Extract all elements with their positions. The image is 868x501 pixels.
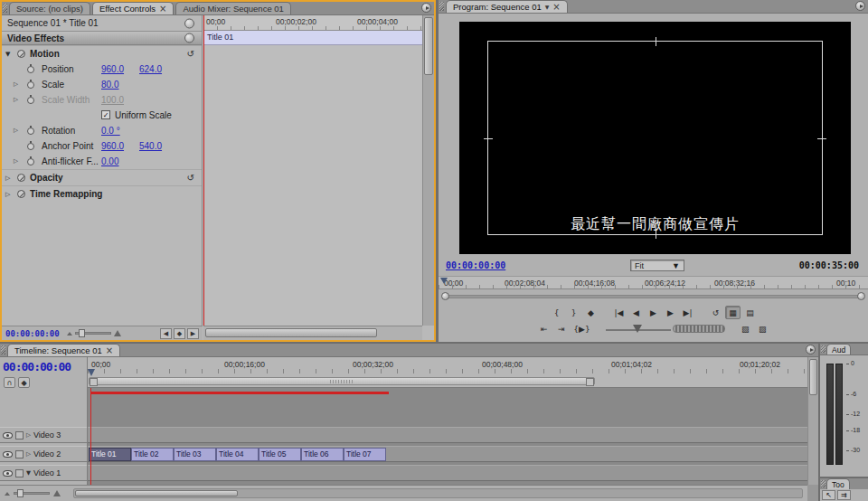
go-to-previous-edit-button[interactable]: |◀ bbox=[611, 306, 627, 319]
zoom-in-icon[interactable] bbox=[53, 490, 61, 496]
toggle-track-output-icon[interactable] bbox=[3, 432, 13, 439]
effect-enabled-icon[interactable] bbox=[17, 50, 25, 58]
panel-grip[interactable] bbox=[821, 345, 826, 353]
clip-title-06[interactable]: Title 06 bbox=[301, 448, 344, 461]
snap-toggle-button[interactable]: ∩ bbox=[4, 377, 15, 388]
scrollbar-thumb[interactable] bbox=[205, 328, 377, 337]
effect-enabled-icon[interactable] bbox=[17, 174, 25, 182]
tab-timeline[interactable]: Timeline: Sequence 01 × bbox=[7, 344, 120, 356]
clip-title-07[interactable]: Title 07 bbox=[344, 448, 386, 461]
panel-menu-button[interactable] bbox=[806, 345, 816, 354]
program-video-frame[interactable]: 最近幫一間廠商做宣傳片 bbox=[459, 22, 851, 254]
tab-effect-controls[interactable]: Effect Controls × bbox=[92, 2, 175, 14]
output-button[interactable]: ▤ bbox=[742, 306, 758, 319]
clip-title-03[interactable]: Title 03 bbox=[174, 448, 216, 461]
timeline-horizontal-scrollbar[interactable] bbox=[73, 488, 803, 498]
toggle-animation-stopwatch-icon[interactable] bbox=[27, 128, 34, 135]
scrollbar-track[interactable] bbox=[445, 295, 862, 298]
program-zoom-scrollbar[interactable] bbox=[441, 292, 865, 301]
work-area-bar[interactable] bbox=[89, 377, 595, 385]
timeline-tracks-area[interactable]: Title 01 Title 02 Title 03 Title 04 Titl… bbox=[88, 388, 807, 485]
zoom-out-icon[interactable] bbox=[67, 332, 72, 336]
track-video-3-content[interactable] bbox=[88, 427, 807, 443]
track-video-1-content[interactable] bbox=[88, 465, 807, 481]
panel-grip[interactable] bbox=[821, 480, 826, 487]
clip-title-04[interactable]: Title 04 bbox=[216, 448, 259, 461]
twirl-right-icon[interactable]: ▷ bbox=[5, 186, 10, 203]
clip-title-05[interactable]: Title 05 bbox=[259, 448, 301, 461]
anti-flicker-value[interactable]: 0.00 bbox=[101, 154, 118, 169]
section-round-button[interactable] bbox=[184, 33, 194, 43]
shuttle-slider[interactable] bbox=[606, 324, 671, 335]
add-keyframe-button[interactable]: ◆ bbox=[174, 328, 185, 339]
zoom-level-select[interactable]: Fit ▼ bbox=[630, 260, 684, 271]
twirl-right-icon[interactable]: ▷ bbox=[14, 154, 18, 169]
tab-audio-mixer[interactable]: Audio Mixer: Sequence 01 bbox=[175, 2, 290, 14]
playhead-marker[interactable] bbox=[88, 369, 95, 376]
zoom-slider[interactable] bbox=[75, 332, 111, 335]
add-marker-button[interactable]: ◆ bbox=[583, 306, 599, 319]
playhead-marker[interactable] bbox=[440, 278, 448, 284]
uniform-scale-checkbox[interactable]: ✓ bbox=[101, 110, 110, 119]
close-icon[interactable]: × bbox=[106, 346, 113, 354]
panel-grip[interactable] bbox=[3, 4, 7, 13]
scrollbar-thumb[interactable] bbox=[809, 359, 817, 395]
jog-disk[interactable] bbox=[673, 325, 725, 333]
track-lock-toggle[interactable] bbox=[15, 431, 24, 440]
position-x-value[interactable]: 960.0 bbox=[101, 61, 124, 77]
go-to-out-point-button[interactable]: ⇥ bbox=[553, 322, 569, 336]
reset-effect-icon[interactable]: ↺ bbox=[187, 170, 194, 186]
loop-button[interactable]: ↺ bbox=[708, 306, 723, 319]
clip-title-02[interactable]: Title 02 bbox=[131, 448, 174, 461]
work-area-grip[interactable] bbox=[330, 380, 354, 383]
twirl-right-icon[interactable]: ▷ bbox=[14, 92, 18, 108]
set-in-point-button[interactable]: { bbox=[549, 306, 564, 319]
collapse-track-icon[interactable]: ▷ bbox=[26, 431, 31, 439]
safe-margins-button[interactable]: ▦ bbox=[725, 306, 741, 319]
effect-time-remapping-row[interactable]: ▷ Time Remapping bbox=[2, 185, 202, 202]
twirl-right-icon[interactable]: ▷ bbox=[5, 170, 10, 186]
toggle-track-output-icon[interactable] bbox=[3, 470, 13, 477]
panel-menu-button[interactable] bbox=[421, 3, 431, 13]
close-icon[interactable]: × bbox=[552, 3, 560, 11]
reset-effect-icon[interactable]: ↺ bbox=[187, 46, 194, 62]
zoom-slider-thumb[interactable] bbox=[79, 329, 85, 337]
timeline-current-timecode[interactable]: 00:00:00:00 bbox=[0, 357, 87, 373]
toggle-track-output-icon[interactable] bbox=[3, 451, 13, 458]
panel-grip[interactable] bbox=[439, 2, 444, 11]
zoom-handle-left[interactable] bbox=[441, 292, 449, 300]
track-lock-toggle[interactable] bbox=[15, 469, 24, 477]
twirl-down-icon[interactable]: ▼ bbox=[5, 46, 10, 62]
vertical-scrollbar[interactable] bbox=[422, 15, 434, 326]
go-to-in-point-button[interactable]: ⇤ bbox=[536, 322, 552, 336]
selection-tool-button[interactable]: ↖ bbox=[822, 490, 835, 500]
horizontal-scrollbar[interactable] bbox=[203, 326, 422, 340]
scale-value[interactable]: 80.0 bbox=[101, 77, 118, 92]
track-lock-toggle[interactable] bbox=[15, 450, 24, 458]
next-keyframe-button[interactable]: ▶ bbox=[187, 328, 199, 339]
timeline-vertical-scrollbar[interactable] bbox=[807, 357, 818, 485]
clip-title-01[interactable]: Title 01 bbox=[89, 448, 131, 461]
collapse-track-icon[interactable]: ▼ bbox=[26, 469, 31, 477]
mini-timeline-ruler[interactable]: 00;00 00;00;02;00 00;00;04;00 bbox=[203, 15, 422, 31]
current-time-indicator-line[interactable] bbox=[90, 388, 91, 485]
zoom-handle-right[interactable] bbox=[857, 292, 865, 300]
shuttle-thumb[interactable] bbox=[633, 325, 642, 333]
lift-button[interactable]: ▧ bbox=[738, 322, 753, 336]
timeline-view-toggle-button[interactable] bbox=[184, 18, 194, 28]
dropdown-icon[interactable]: ▼ bbox=[545, 4, 550, 10]
effect-opacity-row[interactable]: ▷ Opacity ↺ bbox=[2, 169, 202, 185]
track-video-2-content[interactable]: Title 01 Title 02 Title 03 Title 04 Titl… bbox=[88, 446, 807, 462]
toggle-animation-stopwatch-icon[interactable] bbox=[27, 143, 34, 150]
position-y-value[interactable]: 624.0 bbox=[139, 61, 162, 77]
effect-motion-row[interactable]: ▼ Motion ↺ bbox=[2, 45, 202, 61]
panel-menu-button[interactable] bbox=[855, 1, 865, 11]
panel-grip[interactable] bbox=[1, 345, 5, 354]
step-back-button[interactable]: ◀ bbox=[628, 306, 644, 319]
anchor-x-value[interactable]: 960.0 bbox=[101, 138, 124, 154]
anchor-y-value[interactable]: 540.0 bbox=[139, 138, 162, 154]
toggle-animation-stopwatch-icon[interactable] bbox=[27, 97, 34, 104]
zoom-in-icon[interactable] bbox=[114, 330, 121, 336]
zoom-slider-thumb[interactable] bbox=[17, 489, 24, 497]
play-button[interactable]: ▶ bbox=[646, 306, 661, 319]
